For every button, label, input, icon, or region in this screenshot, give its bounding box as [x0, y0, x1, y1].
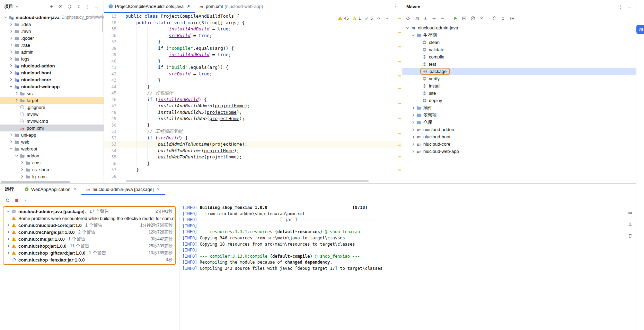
chevron-right-icon[interactable]	[6, 243, 11, 249]
build-tree-row[interactable]: com.niu:shop_fenxiao:jar:1.0.04秒	[3, 256, 175, 263]
chevron-right-icon[interactable]	[6, 229, 11, 235]
project-tree-item[interactable]: cs_shop	[0, 166, 104, 173]
code-editor[interactable]: 13public class ProjectCompileAndBuildToo…	[104, 13, 402, 183]
maven-tree-item[interactable]: mniucloud-core	[402, 140, 636, 148]
project-tree-item[interactable]: mvnw.cmd	[0, 118, 104, 125]
editor-tab[interactable]: CProjectCompileAndBuildTools.java	[104, 0, 195, 13]
run-tab[interactable]: mniucloud-admin-java [package]	[81, 184, 165, 195]
collapse-all-button[interactable]	[499, 14, 507, 22]
build-tree-row[interactable]: niucloud-admin-java [package]:17 个警告2分钟1…	[3, 208, 175, 215]
close-icon[interactable]	[72, 186, 78, 192]
chevron-right-icon[interactable]	[8, 77, 14, 82]
maven-tree-item[interactable]: 仓库	[402, 119, 636, 126]
error-stripe[interactable]	[398, 13, 402, 179]
code-line[interactable]: 40}	[104, 58, 402, 65]
code-line[interactable]: 54buildH5ToRuntime(projectHome);	[104, 148, 402, 154]
build-tree-row[interactable]: com.niu:recharge:jar:1.0.02 个警告12秒728毫秒	[3, 229, 175, 236]
maven-tree-item[interactable]: mniucloud-addon	[402, 126, 636, 133]
editor-options-button[interactable]	[391, 2, 400, 11]
maven-tree-item[interactable]: mniucloud-boot	[402, 133, 636, 140]
add-button[interactable]	[430, 14, 438, 22]
code-line[interactable]: 51// 工程源码复制	[104, 128, 402, 135]
code-line[interactable]: 43}	[104, 77, 402, 84]
chevron-right-icon[interactable]	[411, 112, 416, 118]
more-button[interactable]	[616, 2, 624, 11]
chevron-right-icon[interactable]	[8, 63, 14, 68]
code-line[interactable]: 35installAndBuild = true;	[104, 26, 402, 33]
project-tree-item[interactable]: uni-app	[0, 131, 104, 138]
maven-tree-item[interactable]: clean	[402, 39, 636, 46]
maven-tree-item[interactable]: test	[402, 61, 636, 68]
maven-tree-item[interactable]: validate	[402, 46, 636, 53]
chevron-right-icon[interactable]	[8, 35, 14, 41]
hide-button[interactable]	[625, 2, 633, 11]
chevron-right-icon[interactable]	[8, 70, 14, 75]
pin-icon[interactable]	[185, 4, 191, 9]
run-button[interactable]	[451, 14, 460, 22]
collapse-all-button[interactable]	[74, 2, 83, 11]
project-tree-item[interactable]: web	[0, 138, 104, 145]
project-tree-item[interactable]: niucloud-web-app	[0, 83, 104, 90]
stop-button[interactable]	[12, 196, 21, 204]
chevron-right-icon[interactable]	[19, 174, 25, 179]
project-tree-item[interactable]: .trae	[0, 42, 104, 48]
run-tab[interactable]: WebAppApplication	[20, 184, 81, 195]
project-tree-item[interactable]: addon	[0, 152, 104, 159]
chevron-right-icon[interactable]	[411, 149, 416, 154]
download-button[interactable]	[421, 14, 430, 22]
chevron-right-icon[interactable]	[6, 222, 11, 228]
chevron-right-icon[interactable]	[411, 141, 416, 147]
project-tree-item[interactable]: .gitignore	[0, 104, 104, 111]
chevron-right-icon[interactable]	[411, 105, 416, 111]
chevron-right-icon[interactable]	[14, 98, 19, 103]
project-tree-item[interactable]: lg_cms	[0, 173, 104, 180]
build-tree-row[interactable]: com.niu:cms:jar:1.0.01 个警告3秒442毫秒	[3, 236, 175, 242]
more-button[interactable]	[83, 2, 92, 11]
hide-button[interactable]	[92, 2, 101, 11]
maven-tree-item[interactable]: compile	[402, 53, 636, 61]
chevron-right-icon[interactable]	[411, 134, 416, 140]
close-icon[interactable]	[156, 186, 161, 192]
editor-tab[interactable]: mpom.xml(niucloud-web-app)	[195, 0, 267, 13]
project-tree-item[interactable]: .mvn	[0, 28, 104, 35]
chevron-down-icon[interactable]	[14, 153, 19, 158]
project-tree-item[interactable]: .qoder	[0, 35, 104, 42]
code-line[interactable]: 47installAndBuildAdmin(projectHome);	[104, 103, 402, 109]
chevron-right-icon[interactable]	[8, 139, 14, 145]
build-tree-row[interactable]: com.niu:shop:jar:1.0.011 个警告25秒309毫秒	[3, 242, 175, 249]
code-line[interactable]: 37}	[104, 39, 402, 45]
project-tree-item[interactable]: cms	[0, 159, 104, 166]
code-line[interactable]: 53buildAdminToRuntime(projectHome);	[104, 141, 402, 148]
code-line[interactable]: 44}	[104, 84, 402, 90]
code-line[interactable]: 50}	[104, 122, 402, 129]
doc-button[interactable]	[460, 14, 468, 22]
project-vertical-scrollbar[interactable]	[102, 14, 103, 32]
maven-tree-item[interactable]: deploy	[402, 97, 636, 104]
chevron-right-icon[interactable]	[8, 132, 14, 138]
run-panel-title[interactable]: 运行	[0, 184, 20, 195]
chevron-right-icon[interactable]	[19, 160, 25, 165]
code-line[interactable]: 52if (srcBuild) {	[104, 135, 402, 141]
chevron-right-icon[interactable]	[6, 250, 11, 256]
expand-all-button[interactable]	[65, 2, 74, 11]
settings-button[interactable]	[508, 14, 516, 22]
chevron-right-icon[interactable]	[6, 236, 11, 242]
next-problem-icon[interactable]	[385, 16, 390, 21]
code-line[interactable]: 41if ("build".equals(arg)) {	[104, 64, 402, 71]
maven-tree-item[interactable]: package	[402, 68, 636, 75]
maven-tree-item[interactable]: site	[402, 90, 636, 97]
chevron-right-icon[interactable]	[411, 120, 416, 125]
chevron-right-icon[interactable]	[14, 91, 19, 96]
previous-problem-icon[interactable]	[376, 16, 381, 21]
project-tree-item[interactable]: src	[0, 90, 104, 97]
chevron-right-icon[interactable]	[8, 56, 14, 62]
chevron-down-icon[interactable]	[6, 209, 11, 214]
chevron-right-icon[interactable]	[8, 42, 14, 48]
code-line[interactable]: 39installAndBuild = true;	[104, 52, 402, 58]
project-tree-item[interactable]: admin	[0, 48, 104, 55]
chevron-down-icon[interactable]	[15, 4, 20, 9]
project-tree-item[interactable]: .idea	[0, 21, 104, 28]
sync-button[interactable]	[404, 14, 412, 22]
chevron-down-icon[interactable]	[411, 33, 416, 38]
chevron-right-icon[interactable]	[8, 49, 14, 55]
